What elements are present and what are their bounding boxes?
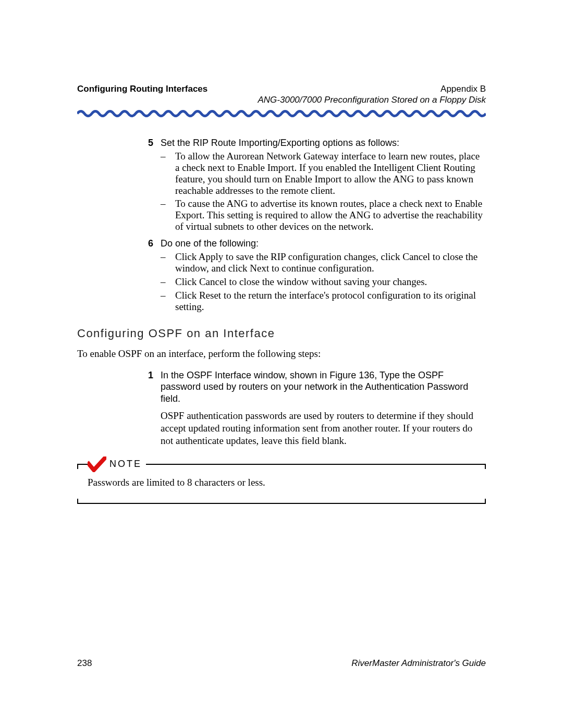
step-number: 1 [136,369,161,447]
header-appendix: Appendix B [258,83,486,94]
step-lead: Do one of the following: [161,238,486,250]
note-rule-bottom [77,503,486,504]
header-separator-wave [77,109,486,118]
bullet-text: To allow the Aurorean Network Gateway in… [175,151,486,196]
bullet-item: – To cause the ANG to advertise its know… [161,198,486,232]
ospf-step-1: 1 In the OSPF Interface window, shown in… [136,369,486,447]
bullet-text: Click Apply to save the RIP configuratio… [175,251,486,274]
bullet-item: – Click Apply to save the RIP configurat… [161,251,486,274]
bullet-item: – Click Cancel to close the window witho… [161,276,486,288]
note-title-cover: NOTE [88,456,146,472]
step-6: 6 Do one of the following: – Click Apply… [136,238,486,313]
header-subtitle: ANG-3000/7000 Preconfiguration Stored on… [258,94,486,105]
bullet-text: Click Cancel to close the window without… [175,276,486,288]
bullet-dash: – [161,251,175,274]
running-footer: 238 RiverMaster Administrator's Guide [77,658,486,669]
running-header: Configuring Routing Interfaces Appendix … [77,83,486,106]
step-number: 6 [136,238,161,313]
step-paragraph: OSPF authentication passwords are used b… [161,410,486,447]
note-callout: NOTE Passwords are limited to 8 characte… [77,456,486,504]
document-page: Configuring Routing Interfaces Appendix … [0,0,563,728]
bullet-text: To cause the ANG to advertise its known … [175,198,486,232]
header-right: Appendix B ANG-3000/7000 Preconfiguratio… [258,83,486,106]
section-intro: To enable OSPF on an interface, perform … [77,348,486,360]
note-label: NOTE [109,458,142,470]
bullet-dash: – [161,151,175,196]
step-body: Do one of the following: – Click Apply t… [161,238,486,313]
step-body: In the OSPF Interface window, shown in F… [161,369,486,447]
bullet-dash: – [161,276,175,288]
step-body: Set the RIP Route Importing/Exporting op… [161,137,486,232]
step-lead: Set the RIP Route Importing/Exporting op… [161,137,486,149]
header-section-title: Configuring Routing Interfaces [77,83,207,106]
note-header: NOTE [77,456,486,473]
bullet-item: – To allow the Aurorean Network Gateway … [161,151,486,196]
bullet-text: Click Reset to the return the interface'… [175,290,486,313]
note-text: Passwords are limited to 8 characters or… [77,476,486,489]
section-heading: Configuring OSPF on an Interface [77,326,486,341]
bullet-dash: – [161,290,175,313]
checkmark-icon [88,456,106,472]
step-lead: In the OSPF Interface window, shown in F… [161,369,486,405]
footer-guide-title: RiverMaster Administrator's Guide [351,658,486,669]
step-number: 5 [136,137,161,232]
body-content: 5 Set the RIP Route Importing/Exporting … [136,137,486,504]
page-number: 238 [77,658,92,669]
bullet-item: – Click Reset to the return the interfac… [161,290,486,313]
step-5: 5 Set the RIP Route Importing/Exporting … [136,137,486,232]
bullet-dash: – [161,198,175,232]
